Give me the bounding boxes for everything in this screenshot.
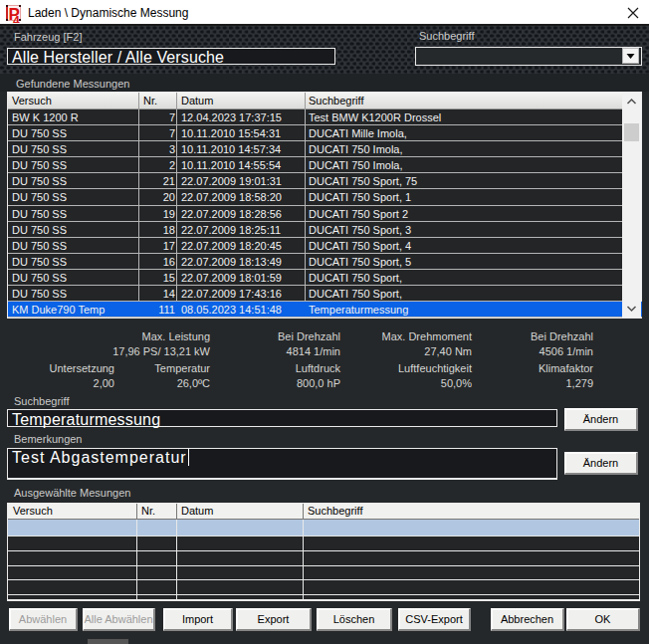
svg-text:4: 4 [13, 14, 20, 23]
